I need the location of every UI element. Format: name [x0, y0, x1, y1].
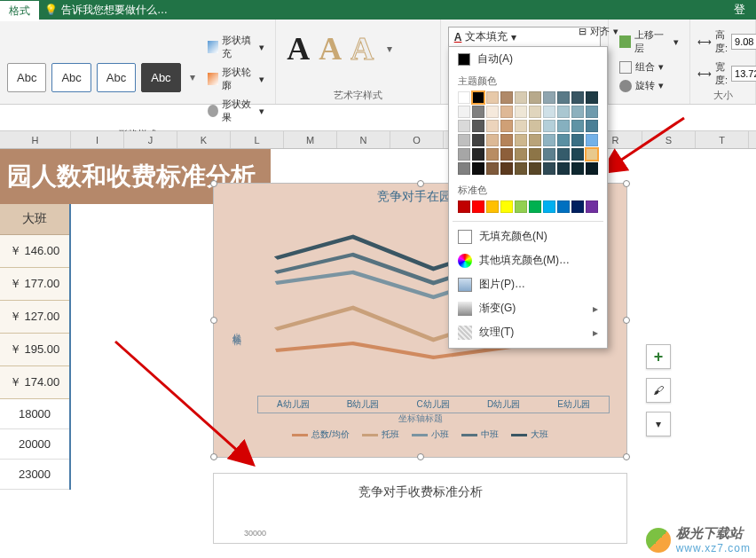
shape-outline-btn[interactable]: 形状轮廓 ▾	[204, 64, 268, 94]
swatch[interactable]	[543, 148, 555, 161]
swatch[interactable]	[529, 148, 541, 161]
swatch[interactable]	[458, 148, 470, 161]
texture-fill-item[interactable]: 纹理(T)▸	[449, 320, 607, 344]
table-cell[interactable]: ￥ 174.00	[0, 366, 69, 399]
swatch[interactable]	[571, 120, 584, 132]
swatch[interactable]	[586, 120, 598, 132]
more-colors-item[interactable]: 其他填充颜色(M)…	[449, 248, 607, 272]
chart-y-label[interactable]: 坐标轴	[230, 326, 242, 331]
swatch[interactable]	[472, 148, 484, 161]
height-input[interactable]	[731, 34, 756, 50]
swatch[interactable]	[486, 200, 499, 213]
swatch[interactable]	[500, 106, 513, 118]
wordart-more[interactable]: ▾	[382, 43, 397, 55]
col-h[interactable]: L	[231, 131, 284, 148]
swatch[interactable]	[586, 106, 598, 118]
table-cell[interactable]: 23000	[0, 460, 69, 490]
width-input[interactable]	[731, 66, 756, 82]
swatch[interactable]	[458, 120, 470, 132]
swatch[interactable]	[557, 120, 570, 132]
shape-style-2[interactable]: Abc	[51, 63, 91, 92]
shape-style-3[interactable]: Abc	[97, 63, 136, 92]
swatch[interactable]	[500, 162, 513, 175]
swatch[interactable]	[472, 162, 484, 175]
swatch[interactable]	[571, 200, 584, 213]
swatch[interactable]	[586, 162, 598, 175]
swatch[interactable]	[486, 148, 499, 161]
swatch[interactable]	[515, 120, 527, 132]
table-cell[interactable]: ￥ 177.00	[0, 268, 69, 301]
swatch[interactable]	[500, 134, 513, 146]
table-cell[interactable]: 20000	[0, 429, 69, 460]
swatch[interactable]	[571, 162, 584, 175]
swatch[interactable]	[515, 148, 527, 161]
col-h[interactable]: I	[71, 131, 124, 148]
swatch[interactable]	[557, 134, 570, 146]
col-h[interactable]: M	[284, 131, 337, 148]
swatch[interactable]	[458, 134, 470, 146]
swatch[interactable]	[529, 120, 541, 132]
swatch[interactable]	[458, 162, 470, 175]
shape-style-1[interactable]: Abc	[7, 63, 46, 92]
swatch[interactable]	[543, 162, 555, 175]
no-fill-item[interactable]: 无填充颜色(N)	[449, 224, 607, 248]
picture-fill-item[interactable]: 图片(P)…	[449, 272, 607, 296]
swatch[interactable]	[500, 120, 513, 132]
chart-styles-btn[interactable]: 🖌	[646, 378, 671, 403]
swatch[interactable]	[486, 134, 499, 146]
table-cell[interactable]: ￥ 195.00	[0, 334, 69, 366]
shape-fill-btn[interactable]: 形状填充 ▾	[204, 32, 268, 62]
swatch[interactable]	[557, 106, 570, 118]
swatch[interactable]	[486, 106, 499, 118]
swatch[interactable]	[543, 134, 555, 146]
swatch[interactable]	[571, 134, 584, 146]
group-objects-btn[interactable]: 组合 ▾	[616, 59, 682, 75]
swatch[interactable]	[486, 91, 499, 104]
swatch[interactable]	[500, 91, 513, 104]
col-h[interactable]: K	[177, 131, 231, 148]
swatch[interactable]	[472, 134, 484, 146]
swatch[interactable]	[458, 200, 470, 213]
chart2-title[interactable]: 竞争对手收费标准分析	[214, 474, 626, 500]
chart-legend[interactable]: 总数/均价 托班 小班 中班 大班	[214, 428, 626, 441]
swatch[interactable]	[557, 148, 570, 161]
swatch[interactable]	[543, 91, 555, 104]
chart-filter-btn[interactable]: ▾	[646, 412, 671, 436]
table-header[interactable]: 大班	[0, 204, 69, 235]
table-cell[interactable]: 18000	[0, 399, 69, 429]
swatch[interactable]	[515, 106, 527, 118]
table-cell[interactable]: ￥ 146.00	[0, 235, 69, 268]
col-h[interactable]: N	[337, 131, 390, 148]
bring-forward-btn[interactable]: 上移一层 ▾	[616, 27, 682, 57]
swatch[interactable]	[500, 200, 513, 213]
swatch[interactable]	[515, 91, 527, 104]
color-auto[interactable]: 自动(A)	[449, 47, 607, 71]
swatch[interactable]	[571, 91, 584, 104]
shape-styles-more[interactable]: ▾	[186, 71, 199, 83]
swatch[interactable]	[472, 200, 484, 213]
swatch[interactable]	[571, 106, 584, 118]
text-fill-dropdown[interactable]: 自动(A) 主题颜色	[448, 46, 608, 349]
swatch[interactable]	[586, 134, 598, 146]
swatch[interactable]	[586, 200, 598, 213]
chart-add-element-btn[interactable]: +	[646, 344, 671, 369]
swatch[interactable]	[586, 91, 598, 104]
swatch[interactable]	[486, 120, 499, 132]
align-btn[interactable]: ⊟对齐 ▾	[575, 23, 622, 40]
swatch[interactable]	[472, 91, 484, 104]
swatch[interactable]	[557, 200, 570, 213]
swatch[interactable]	[529, 200, 541, 213]
swatch[interactable]	[543, 106, 555, 118]
table-cell[interactable]: ￥ 127.00	[0, 301, 69, 334]
embedded-chart-2[interactable]: 竞争对手收费标准分析 30000	[213, 473, 627, 544]
col-h[interactable]: J	[124, 131, 177, 148]
swatch[interactable]	[515, 134, 527, 146]
swatch[interactable]	[571, 148, 584, 161]
swatch[interactable]	[458, 106, 470, 118]
wordart-3[interactable]: A	[350, 30, 374, 67]
col-h[interactable]: O	[390, 131, 444, 148]
swatch[interactable]	[500, 148, 513, 161]
swatch[interactable]	[472, 120, 484, 132]
wordart-1[interactable]: A	[287, 30, 310, 67]
tab-format[interactable]: 格式	[0, 0, 39, 21]
